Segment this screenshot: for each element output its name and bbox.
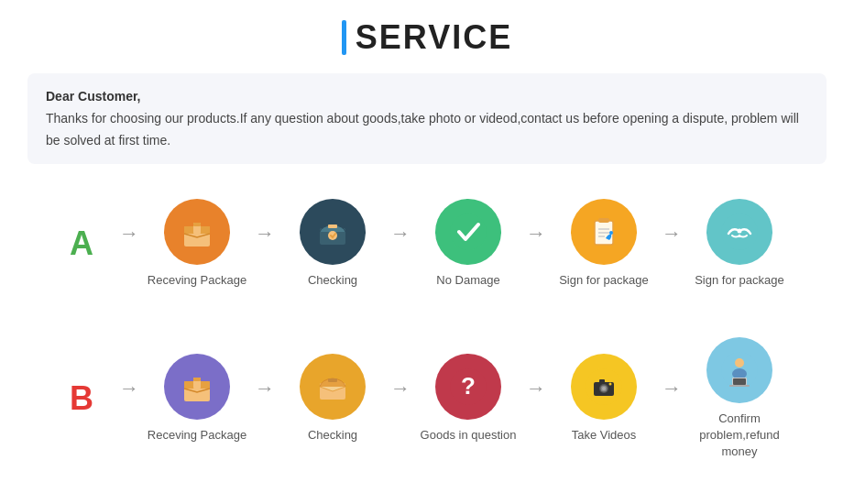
svg-rect-19	[193, 378, 201, 381]
svg-point-28	[602, 387, 606, 390]
svg-point-7	[450, 214, 487, 250]
label-a5: Sign for package	[695, 272, 784, 289]
label-b3: Goods in question	[421, 427, 517, 444]
flow-item-a1: Receving Package	[147, 199, 247, 289]
arrow-b4: →	[662, 377, 682, 421]
flow-item-a3: No Damage	[418, 199, 519, 289]
flow-item-a4: Sign for package	[553, 199, 654, 289]
flow-section: A → Receving Package →	[27, 190, 827, 482]
label-b2: Checking	[308, 427, 357, 444]
label-a3: No Damage	[436, 272, 499, 289]
svg-rect-5	[328, 225, 337, 228]
svg-point-6	[328, 231, 337, 240]
svg-point-30	[609, 382, 612, 385]
arrow-a0: →	[119, 222, 139, 266]
arrow-a3: →	[526, 222, 546, 266]
icon-b4-camera	[571, 354, 637, 420]
row-a-label: A	[64, 225, 99, 263]
arrow-a1: →	[255, 222, 275, 266]
label-a4: Sign for package	[559, 272, 649, 289]
icon-a2-checking	[300, 199, 366, 265]
icon-b1-package	[164, 354, 230, 420]
flow-item-b2: Checking	[282, 354, 383, 444]
label-b4: Take Videos	[572, 427, 637, 444]
flow-item-b5: Confirm problem,refund money	[689, 337, 790, 461]
flow-item-a2: Checking	[282, 199, 383, 289]
icon-a4-sign	[571, 199, 637, 265]
svg-rect-3	[193, 223, 201, 226]
arrow-a2: →	[390, 222, 411, 266]
arrow-b3: →	[526, 377, 546, 421]
notice-body: Thanks for choosing our products.If any …	[46, 108, 808, 152]
notice-greeting: Dear Customer,	[46, 86, 808, 108]
label-a2: Checking	[308, 272, 357, 289]
svg-rect-36	[729, 385, 750, 387]
svg-point-15	[738, 229, 742, 234]
icon-a5-handshake	[706, 199, 772, 265]
title-accent-bar	[342, 20, 346, 55]
flow-item-b1: Receving Package	[147, 354, 247, 444]
svg-rect-21	[328, 378, 337, 382]
flow-row-a: A → Receving Package →	[27, 190, 827, 311]
label-a1: Receving Package	[148, 272, 246, 289]
flow-item-a5: Sign for package	[689, 199, 790, 289]
svg-rect-35	[733, 378, 746, 385]
arrow-a4: →	[662, 222, 682, 266]
icon-b2-checking	[300, 354, 366, 420]
page-title: SERVICE	[342, 18, 512, 57]
svg-rect-9	[598, 218, 609, 223]
icon-a3-check	[435, 199, 501, 265]
label-b1: Receving Package	[148, 427, 246, 444]
arrow-b1: →	[255, 377, 275, 421]
flow-item-b3: ? Goods in question	[418, 354, 519, 444]
arrow-b0: →	[119, 377, 139, 421]
flow-item-b4: Take Videos	[553, 354, 654, 444]
icon-a1-package	[164, 199, 230, 265]
svg-point-32	[735, 358, 744, 367]
svg-point-13	[609, 231, 613, 235]
svg-rect-29	[599, 379, 605, 383]
notice-box: Dear Customer, Thanks for choosing our p…	[27, 73, 827, 164]
icon-b5-person	[706, 337, 772, 403]
row-b-label: B	[64, 379, 99, 418]
label-b5: Confirm problem,refund money	[689, 411, 790, 461]
title-text: SERVICE	[356, 18, 512, 57]
svg-text:?: ?	[461, 372, 476, 400]
icon-b3-question: ?	[435, 354, 501, 420]
arrow-b2: →	[390, 377, 411, 421]
flow-row-b: B → Receving Package →	[27, 328, 827, 483]
